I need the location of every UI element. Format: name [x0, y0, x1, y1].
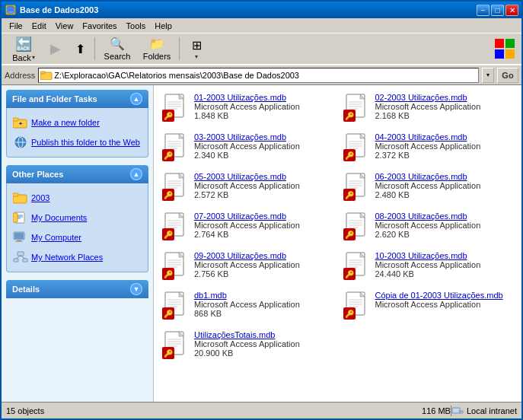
make-folder-label: Make a new folder	[31, 118, 100, 127]
file-type-3: Microsoft Access Application	[375, 142, 514, 151]
back-label: Back ▾	[12, 53, 34, 62]
network-zone-icon	[451, 405, 464, 417]
file-name-10: db1.mdb	[194, 291, 333, 300]
back-arrow-icon: ▾	[32, 54, 35, 61]
file-item[interactable]: 🔑 04-2003 Utilizações.mdb Microsoft Acce…	[338, 128, 519, 167]
file-size-5: 2.480 KB	[375, 190, 514, 199]
go-button[interactable]: Go	[497, 68, 518, 83]
publish-folder-link[interactable]: Publish this folder to the Web	[10, 132, 145, 152]
svg-text:🔑: 🔑	[345, 309, 355, 319]
file-item[interactable]: 🔑 Cópia de 01-2003 Utilizações.mdb Micro…	[338, 286, 519, 326]
file-info-4: 05-2003 Utilizações.mdb Microsoft Access…	[194, 172, 333, 199]
maximize-button[interactable]: □	[491, 5, 504, 16]
file-item[interactable]: 🔑 UtilizaçõesTotais.mdb Microsoft Access…	[157, 326, 338, 365]
svg-text:🔑: 🔑	[345, 111, 355, 121]
back-btn-group: 🔙 Back ▾	[5, 35, 43, 62]
file-name-8: 09-2003 Utilizações.mdb	[194, 251, 333, 260]
menu-tools[interactable]: Tools	[122, 20, 151, 32]
my-documents-link[interactable]: My Documents	[10, 208, 145, 228]
file-item[interactable]: 🔑 01-2003 Utilizações.mdb Microsoft Acce…	[157, 88, 338, 128]
back-button[interactable]: 🔙 Back ▾	[5, 35, 43, 62]
forward-button[interactable]: ▶	[44, 35, 67, 62]
file-icon-1: 🔑	[343, 93, 371, 123]
my-computer-icon	[13, 230, 28, 245]
svg-rect-136	[452, 408, 460, 413]
svg-text:🔑: 🔑	[345, 151, 355, 161]
file-item[interactable]: 🔑 02-2003 Utilizações.mdb Microsoft Acce…	[338, 88, 519, 128]
file-icon-5: 🔑	[343, 172, 371, 202]
svg-text:🔑: 🔑	[164, 151, 174, 161]
address-folder-icon	[40, 70, 53, 81]
close-button[interactable]: ✕	[505, 5, 518, 16]
file-icon-2: 🔑	[162, 132, 190, 163]
svg-text:🔑: 🔑	[164, 190, 174, 200]
address-dropdown-button[interactable]: ▾	[482, 68, 494, 83]
other-places-header[interactable]: Other Places ▲	[6, 165, 148, 183]
svg-rect-22	[13, 213, 18, 222]
file-tasks-title: File and Folder Tasks	[12, 94, 97, 103]
file-icon-7: 🔑	[343, 212, 371, 242]
menu-bar: File Edit View Favorites Tools Help	[2, 18, 521, 33]
file-type-4: Microsoft Access Application	[194, 181, 333, 190]
file-size-6: 2.764 KB	[194, 230, 333, 239]
my-network-link[interactable]: My Network Places	[10, 247, 145, 267]
publish-folder-icon	[13, 135, 28, 150]
file-tasks-header[interactable]: File and Folder Tasks ▲	[6, 90, 148, 108]
file-info-2: 03-2003 Utilizações.mdb Microsoft Access…	[194, 132, 333, 160]
menu-view[interactable]: View	[51, 20, 78, 32]
file-item[interactable]: 🔑 05-2003 Utilizações.mdb Microsoft Acce…	[157, 167, 338, 207]
file-size-12: 20.900 KB	[194, 348, 333, 358]
up-button[interactable]: ⬆	[69, 35, 91, 62]
file-size-8: 2.756 KB	[194, 269, 333, 278]
search-button[interactable]: 🔍 Search	[98, 35, 136, 62]
svg-rect-9	[40, 72, 45, 74]
svg-text:🔑: 🔑	[345, 269, 355, 279]
file-item[interactable]: 🔑 09-2003 Utilizações.mdb Microsoft Acce…	[157, 247, 338, 286]
other-places-panel: Other Places ▲ 2003	[6, 165, 148, 272]
toolbar: 🔙 Back ▾ ▶ ⬆ 🔍 Search 📁 Folders	[2, 33, 521, 65]
main-window: Base de Dados2003 − □ ✕ File Edit View F…	[0, 0, 523, 420]
file-item[interactable]: 🔑 08-2003 Utilizações.mdb Microsoft Acce…	[338, 207, 519, 247]
my-computer-link[interactable]: My Computer	[10, 228, 145, 247]
file-size-10: 868 KB	[194, 309, 333, 318]
views-button[interactable]: ⊞ ▾	[183, 35, 210, 62]
file-name-4: 05-2003 Utilizações.mdb	[194, 172, 333, 181]
file-info-10: db1.mdb Microsoft Access Application 868…	[194, 291, 333, 318]
file-icon-6: 🔑	[162, 212, 190, 242]
menu-help[interactable]: Help	[150, 20, 177, 32]
address-box[interactable]: Z:\Exploracao\GAC\Relatorios mensais\200…	[38, 68, 479, 83]
file-type-11: Microsoft Access Application	[375, 300, 514, 309]
forward-icon: ▶	[50, 40, 61, 57]
details-collapse-button[interactable]: ▼	[130, 283, 142, 295]
file-item[interactable]: 🔑 07-2003 Utilizações.mdb Microsoft Acce…	[157, 207, 338, 247]
my-computer-label: My Computer	[31, 233, 81, 242]
folders-button[interactable]: 📁 Folders	[138, 35, 176, 62]
my-network-label: My Network Places	[31, 253, 103, 262]
menu-file[interactable]: File	[5, 20, 27, 32]
file-item[interactable]: 🔑 03-2003 Utilizações.mdb Microsoft Acce…	[157, 128, 338, 167]
file-name-6: 07-2003 Utilizações.mdb	[194, 212, 333, 221]
search-icon: 🔍	[110, 37, 125, 51]
menu-favorites[interactable]: Favorites	[78, 20, 121, 32]
other-places-collapse-button[interactable]: ▲	[130, 168, 142, 180]
svg-rect-28	[14, 259, 18, 262]
file-type-1: Microsoft Access Application	[375, 102, 514, 111]
svg-rect-25	[17, 240, 21, 241]
file-tasks-panel: File and Folder Tasks ▲ + Make a new fol…	[6, 90, 148, 158]
file-name-2: 03-2003 Utilizações.mdb	[194, 132, 333, 142]
details-header[interactable]: Details ▼	[6, 280, 148, 298]
folder-2003-icon	[13, 190, 28, 205]
minimize-button[interactable]: −	[477, 5, 490, 16]
file-tasks-collapse-button[interactable]: ▲	[130, 93, 142, 105]
svg-text:🔑: 🔑	[345, 230, 355, 240]
file-item[interactable]: 🔑 10-2003 Utilizações.mdb Microsoft Acce…	[338, 247, 519, 286]
make-folder-icon: +	[13, 115, 28, 130]
file-size-3: 2.372 KB	[375, 151, 514, 160]
file-name-1: 02-2003 Utilizações.mdb	[375, 93, 514, 102]
other-places-2003-link[interactable]: 2003	[10, 188, 145, 208]
file-item[interactable]: 🔑 db1.mdb Microsoft Access Application 8…	[157, 286, 338, 326]
make-folder-link[interactable]: + Make a new folder	[10, 113, 145, 132]
file-item[interactable]: 🔑 06-2003 Utilizações.mdb Microsoft Acce…	[338, 167, 519, 207]
main-area: File and Folder Tasks ▲ + Make a new fol…	[2, 85, 521, 402]
menu-edit[interactable]: Edit	[27, 20, 51, 32]
